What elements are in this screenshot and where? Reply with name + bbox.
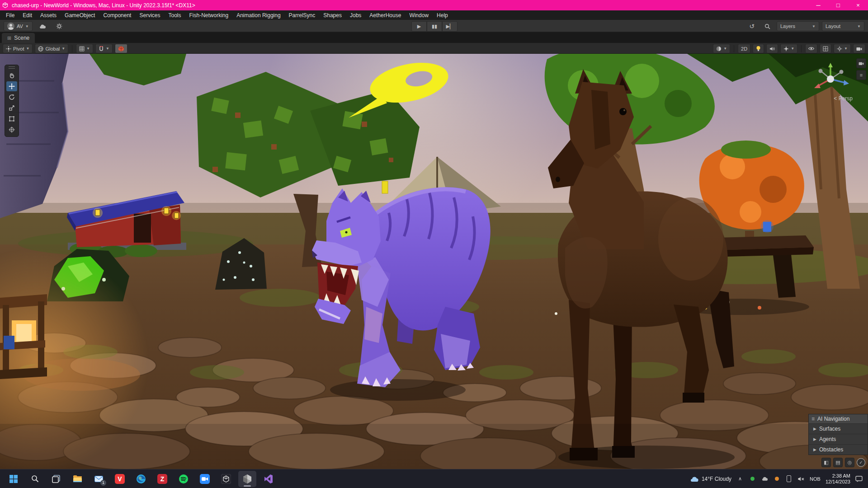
play-button[interactable]: ▶ [411, 21, 427, 32]
visibility-toggle[interactable] [805, 44, 817, 53]
menu-edit[interactable]: Edit [19, 12, 36, 19]
step-button[interactable]: ▶▏ [442, 21, 458, 32]
audio-toggle[interactable] [766, 44, 778, 53]
tray-mute-icon[interactable] [797, 475, 805, 483]
lightbulb-icon [756, 46, 761, 52]
chevron-down-icon: ▼ [106, 47, 109, 51]
2d-toggle[interactable]: 2D [738, 44, 750, 53]
language-indicator[interactable]: NOB [810, 476, 821, 482]
taskbar-search-button[interactable] [26, 471, 44, 487]
layers-dropdown[interactable]: Layers ▼ [777, 21, 819, 31]
tool-rect[interactable] [6, 114, 17, 124]
overlay-check-icon[interactable]: ✓ [857, 458, 865, 467]
menu-services[interactable]: Services [135, 12, 164, 19]
clock[interactable]: 2:38 AM 12/14/2023 [826, 473, 850, 485]
menu-help[interactable]: Help [433, 12, 452, 19]
global-dropdown[interactable]: Global ▼ [35, 44, 68, 53]
menu-bar: File Edit Assets GameObject Component Se… [0, 10, 868, 20]
title-bar: chased-urp - NewWorld - Windows, Mac, Li… [0, 0, 868, 10]
tool-scale[interactable] [6, 103, 17, 113]
tool-move[interactable] [6, 81, 17, 91]
main-toolbar: AV ▼ ▶ ▮▮ ▶▏ ↺ Layers ▼ Lay [0, 20, 868, 32]
tray-expand-icon[interactable]: ∧ [736, 475, 744, 483]
mail-button[interactable]: 1 [90, 471, 108, 487]
menu-fish-networking[interactable]: Fish-Networking [185, 12, 232, 19]
pause-button[interactable]: ▮▮ [427, 21, 442, 32]
camera-settings-button[interactable] [853, 44, 865, 53]
camera-icon [856, 47, 862, 51]
time-label: 2:38 AM [832, 473, 850, 479]
minimize-button[interactable]: ─ [808, 0, 828, 10]
scene-view[interactable]: < Persp ≡ ≡ AI Navigation ▶ Surfaces ▶ A… [0, 54, 868, 469]
prefab-context-button[interactable] [115, 44, 127, 53]
gizmos-dropdown[interactable]: ▼ [834, 44, 851, 53]
draw-mode-dropdown[interactable]: ▼ [713, 44, 730, 53]
menu-shapes[interactable]: Shapes [319, 12, 346, 19]
undo-history-button[interactable]: ↺ [745, 21, 758, 31]
tab-scene[interactable]: ⊞ Scene [2, 33, 35, 43]
task-view-button[interactable] [47, 471, 65, 487]
search-button[interactable] [761, 21, 774, 31]
notification-center-icon[interactable] [855, 475, 863, 483]
snap-increment-dropdown[interactable]: ▼ [95, 44, 113, 53]
menu-parrelsync[interactable]: ParrelSync [285, 12, 320, 19]
spotify-button[interactable] [175, 471, 193, 487]
blue-lamp[interactable] [761, 220, 774, 233]
panel-menu-icon[interactable]: ≡ [811, 416, 815, 422]
lighting-toggle[interactable] [753, 44, 764, 53]
scene-overlay-toolbar: ◧ ▤ ◎ ✓ [821, 458, 865, 467]
vivaldi-button[interactable]: V [111, 471, 129, 487]
close-button[interactable]: × [848, 0, 868, 10]
perspective-label[interactable]: < Persp [834, 95, 853, 102]
overlay-drag-handle[interactable] [9, 66, 15, 69]
unity-editor-window: chased-urp - NewWorld - Windows, Mac, Li… [0, 0, 868, 488]
yellow-marker [382, 181, 388, 193]
overlay-contrast-icon[interactable]: ◧ [821, 458, 831, 467]
menu-jobs[interactable]: Jobs [346, 12, 365, 19]
menu-tools[interactable]: Tools [164, 12, 185, 19]
pane-tab-bar: ⊞ Scene [0, 32, 868, 43]
visual-studio-button[interactable] [259, 471, 278, 487]
pivot-dropdown[interactable]: Pivot ▼ [3, 44, 33, 53]
account-dropdown[interactable]: AV ▼ [4, 21, 33, 31]
scene-camera-button[interactable] [856, 58, 866, 68]
tray-cloud-icon[interactable] [761, 475, 768, 483]
menu-assets[interactable]: Assets [36, 12, 61, 19]
zotero-button[interactable]: Z [153, 471, 171, 487]
tool-view[interactable] [6, 70, 17, 80]
effects-dropdown[interactable]: ▼ [780, 44, 797, 53]
menu-window[interactable]: Window [405, 12, 433, 19]
scene-grid-toggle[interactable] [820, 44, 831, 53]
tray-orange-status-icon[interactable] [773, 475, 780, 483]
cloud-button[interactable] [35, 21, 50, 31]
file-explorer-button[interactable] [68, 471, 86, 487]
layout-dropdown[interactable]: Layout ▼ [822, 21, 864, 31]
menu-aetherhouse[interactable]: AetherHouse [365, 12, 405, 19]
tool-rotate[interactable] [6, 92, 17, 102]
unity-editor-button[interactable] [238, 471, 256, 487]
menu-component[interactable]: Component [99, 12, 135, 19]
scene-options-button[interactable]: ≡ [856, 70, 866, 80]
overlay-layers-icon[interactable]: ▤ [833, 458, 843, 467]
edge-button[interactable] [132, 471, 150, 487]
ainav-obstacles[interactable]: ▶ Obstacles [809, 444, 868, 455]
menu-gameobject[interactable]: GameObject [61, 12, 99, 19]
grid-snap-dropdown[interactable]: ▼ [76, 44, 93, 53]
menu-animation-rigging[interactable]: Animation Rigging [232, 12, 284, 19]
overlay-target-icon[interactable]: ◎ [845, 458, 854, 467]
tray-phone-icon[interactable] [785, 475, 793, 483]
start-button[interactable] [5, 471, 23, 487]
unity-hub-button[interactable] [217, 471, 235, 487]
services-settings-button[interactable] [52, 21, 66, 31]
ainav-surfaces[interactable]: ▶ Surfaces [809, 423, 868, 434]
zoom-button[interactable] [196, 471, 214, 487]
scene-render[interactable] [0, 54, 868, 469]
menu-file[interactable]: File [2, 12, 19, 19]
gizmos-icon [837, 46, 842, 52]
tray-green-status-icon[interactable] [749, 475, 756, 483]
cloud-icon [39, 24, 46, 29]
tool-transform[interactable] [6, 125, 17, 135]
weather-widget[interactable]: 14°F Cloudy [690, 476, 731, 482]
maximize-button[interactable]: □ [828, 0, 848, 10]
ainav-agents[interactable]: ▶ Agents [809, 434, 868, 444]
